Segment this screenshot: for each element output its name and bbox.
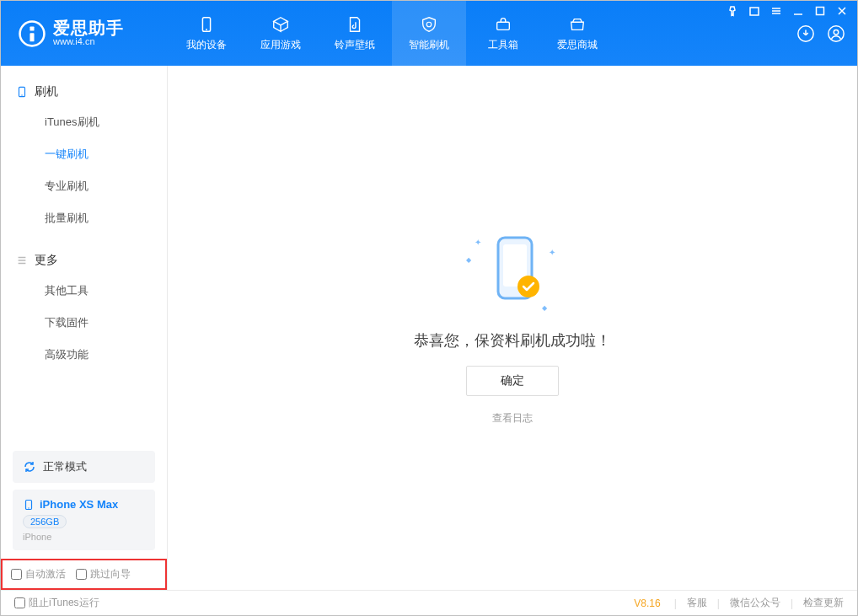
ok-button[interactable]: 确定: [466, 366, 559, 396]
success-message: 恭喜您，保资料刷机成功啦！: [414, 330, 611, 351]
svg-rect-2: [29, 33, 34, 41]
sidebar-item-batch-flash[interactable]: 批量刷机: [1, 202, 167, 234]
svg-point-4: [206, 29, 207, 30]
sidebar-item-pro-flash[interactable]: 专业刷机: [1, 170, 167, 202]
svg-point-12: [21, 94, 22, 95]
skip-guide-checkbox[interactable]: 跳过向导: [76, 567, 131, 581]
logo-icon: [18, 19, 46, 48]
app-url: www.i4.cn: [53, 37, 124, 47]
sidebar-group-title: 更多: [35, 253, 58, 268]
auto-activate-checkbox[interactable]: 自动激活: [11, 567, 66, 581]
svg-point-17: [517, 276, 539, 297]
shield-refresh-icon: [420, 15, 438, 34]
block-itunes-checkbox[interactable]: 阻止iTunes运行: [14, 596, 99, 610]
device-name: iPhone XS Max: [40, 498, 118, 511]
view-log-link[interactable]: 查看日志: [492, 411, 533, 426]
svg-rect-10: [817, 8, 824, 15]
nav-smart-flash[interactable]: 智能刷机: [392, 1, 466, 66]
toolbox-icon: [494, 15, 512, 34]
nav-toolbox[interactable]: 工具箱: [466, 1, 540, 66]
close-button[interactable]: [835, 4, 849, 18]
svg-rect-9: [750, 8, 759, 15]
skip-guide-label: 跳过向导: [90, 567, 131, 581]
svg-point-7: [829, 25, 844, 40]
maximize-button[interactable]: [813, 4, 827, 18]
list-icon: [16, 254, 28, 266]
device-icon: [197, 15, 216, 34]
nav-label: 铃声壁纸: [335, 38, 375, 52]
skin-icon[interactable]: [748, 4, 761, 18]
window-controls: [726, 4, 849, 18]
sidebar-group-more: 更多: [1, 246, 167, 275]
nav-label: 我的设备: [186, 38, 227, 52]
menu-icon[interactable]: [770, 4, 783, 18]
sidebar-item-onekey-flash[interactable]: 一键刷机: [1, 138, 167, 170]
nav-label: 智能刷机: [409, 38, 449, 52]
footer: 阻止iTunes运行 V8.16 | 客服 | 微信公众号 | 检查更新: [1, 590, 857, 615]
auto-activate-label: 自动激活: [25, 567, 66, 581]
refresh-icon: [23, 460, 36, 474]
sidebar: 刷机 iTunes刷机 一键刷机 专业刷机 批量刷机 更多 其他工具 下载固件 …: [1, 66, 168, 590]
sidebar-bottom-options: 自动激活 跳过向导: [1, 559, 167, 590]
app-header: 爱思助手 www.i4.cn 我的设备 应用游戏 铃声壁纸 智能刷机 工具箱 爱…: [1, 1, 857, 66]
nav-ringtones-wallpapers[interactable]: 铃声壁纸: [318, 1, 392, 66]
account-button[interactable]: [825, 23, 847, 45]
sidebar-item-download-firmware[interactable]: 下载固件: [1, 307, 167, 339]
success-illustration: ✦ ◆ ✦ ◆: [466, 231, 559, 315]
nav-label: 应用游戏: [260, 38, 301, 52]
svg-rect-1: [29, 26, 34, 30]
nav-apps-games[interactable]: 应用游戏: [244, 1, 318, 66]
nav-label: 爱思商城: [557, 38, 598, 52]
version-label: V8.16: [634, 597, 660, 609]
support-link[interactable]: 客服: [687, 596, 707, 610]
mode-box[interactable]: 正常模式: [13, 451, 155, 483]
svg-rect-5: [497, 22, 510, 29]
check-update-link[interactable]: 检查更新: [803, 596, 844, 610]
sidebar-item-itunes-flash[interactable]: iTunes刷机: [1, 106, 167, 138]
app-logo: 爱思助手 www.i4.cn: [1, 1, 169, 66]
device-capacity: 256GB: [23, 515, 67, 528]
pin-icon[interactable]: [726, 4, 739, 18]
device-box[interactable]: iPhone XS Max 256GB iPhone: [13, 490, 155, 550]
top-nav: 我的设备 应用游戏 铃声壁纸 智能刷机 工具箱 爱思商城: [169, 1, 614, 66]
wechat-link[interactable]: 微信公众号: [730, 596, 780, 610]
sidebar-item-other-tools[interactable]: 其他工具: [1, 275, 167, 307]
download-button[interactable]: [795, 23, 817, 45]
minimize-button[interactable]: [791, 4, 805, 18]
device-type: iPhone: [23, 532, 145, 542]
main-content: ✦ ◆ ✦ ◆ 恭喜您，保资料刷机成功啦！ 确定 查看日志: [168, 66, 857, 590]
cube-icon: [271, 15, 290, 34]
device-icon: [23, 499, 35, 511]
svg-point-14: [28, 507, 29, 508]
phone-icon: [16, 86, 28, 98]
nav-store[interactable]: 爱思商城: [540, 1, 614, 66]
sidebar-item-advanced[interactable]: 高级功能: [1, 339, 167, 371]
store-icon: [568, 15, 587, 34]
sidebar-group-flash: 刷机: [1, 78, 167, 106]
sidebar-group-title: 刷机: [35, 84, 58, 99]
music-file-icon: [346, 15, 364, 34]
block-itunes-label: 阻止iTunes运行: [29, 596, 99, 610]
nav-my-device[interactable]: 我的设备: [169, 1, 244, 66]
svg-point-8: [834, 29, 839, 35]
nav-label: 工具箱: [488, 38, 518, 52]
app-name: 爱思助手: [53, 19, 124, 37]
mode-label: 正常模式: [43, 459, 87, 474]
